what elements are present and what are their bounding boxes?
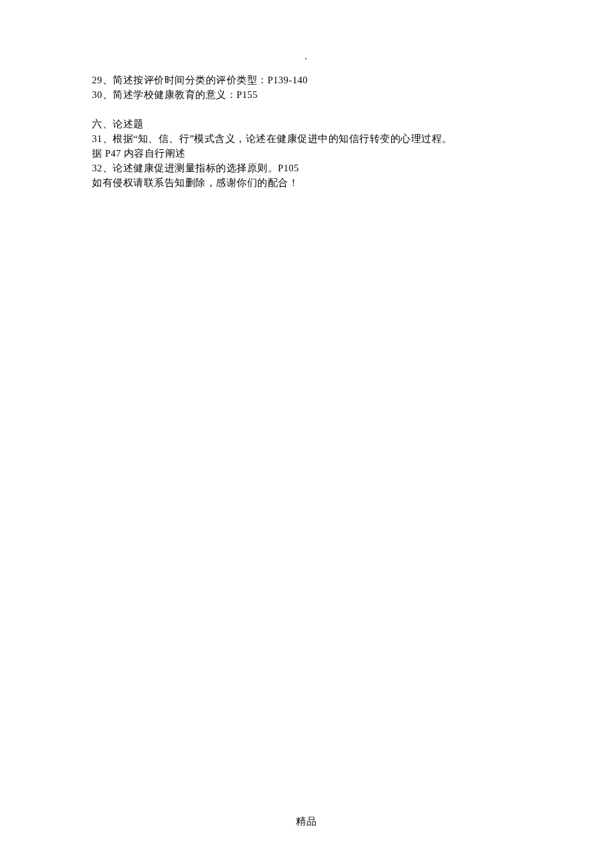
page-footer: 精品 [0, 815, 613, 828]
section-6-title: 六、论述题 [92, 117, 553, 131]
question-30: 30、简述学校健康教育的意义：P155 [92, 87, 553, 102]
page-content: 29、简述按评价时间分类的评价类型：P139-140 30、简述学校健康教育的意… [0, 0, 613, 190]
question-32: 32、论述健康促进测量指标的选择原则。P105 [92, 161, 553, 175]
header-mark: . [305, 51, 307, 62]
question-31-note: 据 P47 内容自行阐述 [92, 146, 553, 161]
question-31: 31、根据“知、信、行”模式含义，论述在健康促进中的知信行转变的心理过程。 [92, 131, 553, 146]
copyright-notice: 如有侵权请联系告知删除，感谢你们的配合！ [92, 175, 553, 190]
question-29: 29、简述按评价时间分类的评价类型：P139-140 [92, 73, 553, 87]
section-gap [92, 102, 553, 117]
content-block: 29、简述按评价时间分类的评价类型：P139-140 30、简述学校健康教育的意… [92, 73, 553, 190]
